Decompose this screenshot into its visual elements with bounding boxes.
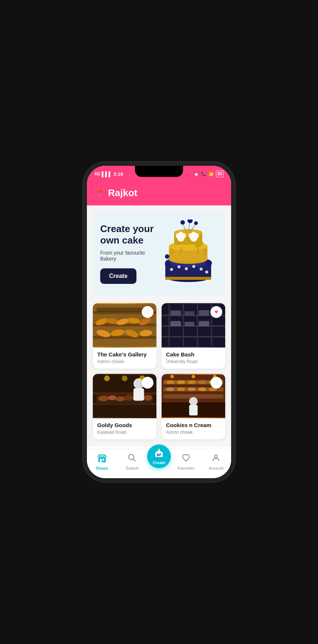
search-icon — [128, 453, 136, 464]
hero-banner: Create your own cake From your favourite… — [93, 211, 225, 296]
city-name: Rajkot — [108, 187, 137, 199]
shop-address-2: University Road — [166, 359, 221, 364]
svg-point-89 — [177, 388, 185, 391]
svg-point-31 — [205, 260, 212, 266]
svg-point-25 — [180, 220, 185, 225]
shops-grid: ♡ The Cake's Gallery Astron chowk — [93, 303, 225, 439]
shop-image-wrap-4: ♡ — [162, 374, 225, 418]
battery-icon: 80 — [216, 171, 224, 177]
svg-point-88 — [166, 388, 175, 391]
svg-point-85 — [187, 380, 196, 384]
shop-name-2: Cake Bash — [166, 351, 221, 358]
nav-create-button[interactable]: Create — [147, 445, 171, 468]
svg-point-69 — [115, 396, 125, 401]
svg-point-68 — [108, 395, 116, 400]
phone-frame: 4G ▌▌▌ 3:19 ⏰ 📞 📶 80 📍 Rajkot Create you… — [87, 166, 231, 478]
main-content: Create your own cake From your favourite… — [87, 205, 231, 447]
svg-line-103 — [133, 459, 136, 461]
svg-point-4 — [177, 265, 180, 268]
shops-icon — [97, 453, 107, 464]
nav-item-favorites[interactable]: Favorites — [171, 453, 201, 470]
signal-indicator: 4G — [94, 171, 100, 177]
favorite-button-1[interactable]: ♡ — [142, 306, 153, 318]
svg-point-75 — [104, 376, 110, 381]
svg-rect-100 — [100, 459, 102, 462]
svg-point-96 — [170, 375, 174, 379]
favorite-button-3[interactable]: ♡ — [142, 377, 153, 389]
svg-point-5 — [185, 267, 188, 270]
heart-icon-3: ♡ — [145, 379, 150, 386]
svg-point-8 — [205, 271, 208, 274]
favorite-button-2[interactable]: ♥ — [210, 306, 222, 318]
shop-image-wrap-3: ♡ — [93, 374, 156, 418]
svg-point-32 — [165, 254, 169, 259]
svg-point-84 — [177, 380, 185, 384]
svg-point-30 — [165, 261, 171, 267]
svg-point-72 — [143, 395, 152, 400]
hero-cake-image — [159, 220, 218, 287]
location-icon: 📍 — [94, 188, 104, 198]
hero-title: Create your own cake — [100, 223, 159, 246]
favorites-label: Favorites — [177, 466, 194, 470]
account-icon — [212, 453, 220, 464]
svg-rect-99 — [98, 457, 106, 462]
svg-point-90 — [187, 388, 196, 391]
svg-rect-64 — [93, 392, 156, 394]
nav-item-shops[interactable]: Shops — [87, 453, 117, 470]
svg-point-83 — [166, 380, 175, 384]
cake-svg — [160, 219, 216, 288]
svg-point-94 — [189, 397, 198, 406]
svg-point-76 — [122, 376, 127, 381]
create-label: Create — [153, 460, 165, 465]
svg-point-97 — [192, 375, 195, 379]
shop-image-wrap-1: ♡ — [93, 303, 156, 348]
account-label: Account — [209, 466, 223, 470]
heart-icon-2: ♥ — [214, 309, 218, 315]
time-display: 3:19 — [114, 171, 123, 177]
heart-icon-4: ♡ — [214, 379, 219, 386]
svg-point-110 — [158, 449, 160, 450]
svg-point-7 — [200, 268, 203, 271]
svg-point-3 — [170, 268, 173, 271]
hero-subtitle: From your favourite Bakery — [100, 250, 159, 262]
shop-address-4: Astron chowk — [166, 430, 221, 435]
alarm-icon: ⏰ — [194, 172, 199, 177]
hero-text: Create your own cake From your favourite… — [100, 223, 159, 284]
svg-point-86 — [198, 380, 206, 384]
shop-address-3: Kalawad Road. — [97, 430, 152, 435]
nav-item-search[interactable]: Search — [117, 453, 148, 470]
svg-point-111 — [214, 455, 217, 458]
create-cake-button[interactable]: Create — [100, 268, 136, 284]
app-header: 📍 Rajkot — [87, 182, 231, 205]
search-label: Search — [126, 466, 139, 470]
shop-address-1: Astron chowk — [97, 359, 152, 364]
svg-point-70 — [125, 395, 133, 400]
svg-point-91 — [198, 388, 206, 391]
svg-point-23 — [191, 232, 196, 237]
signal-bars: ▌▌▌ — [102, 171, 112, 177]
shop-card-4[interactable]: ♡ Cookies n Cream Astron chowk — [162, 374, 225, 439]
favorites-icon — [182, 453, 190, 464]
shop-card-1[interactable]: ♡ The Cake's Gallery Astron chowk — [93, 303, 156, 369]
wifi-icon: 📶 — [209, 172, 214, 177]
favorite-button-4[interactable]: ♡ — [210, 377, 222, 389]
heart-icon-1: ♡ — [145, 309, 150, 316]
svg-rect-101 — [102, 459, 104, 461]
shop-info-2: Cake Bash University Road — [162, 348, 225, 369]
shop-info-1: The Cake's Gallery Astron chowk — [93, 348, 156, 369]
call-icon: 📞 — [201, 172, 206, 177]
notch — [135, 166, 183, 177]
shop-name-3: Goldy Goods — [97, 422, 152, 428]
svg-point-27 — [187, 219, 193, 223]
svg-point-19 — [178, 232, 183, 237]
svg-point-29 — [194, 221, 198, 225]
shop-image-wrap-2: ♥ — [162, 303, 225, 348]
shop-card-3[interactable]: ♡ Goldy Goods Kalawad Road. — [93, 374, 156, 439]
shops-label: Shops — [96, 466, 108, 470]
create-icon — [154, 447, 164, 460]
nav-item-account[interactable]: Account — [201, 453, 231, 470]
shop-info-3: Goldy Goods Kalawad Road. — [93, 418, 156, 439]
shop-name-4: Cookies n Cream — [166, 422, 221, 428]
svg-point-67 — [98, 396, 109, 401]
shop-card-2[interactable]: ♥ Cake Bash University Road — [162, 303, 225, 369]
